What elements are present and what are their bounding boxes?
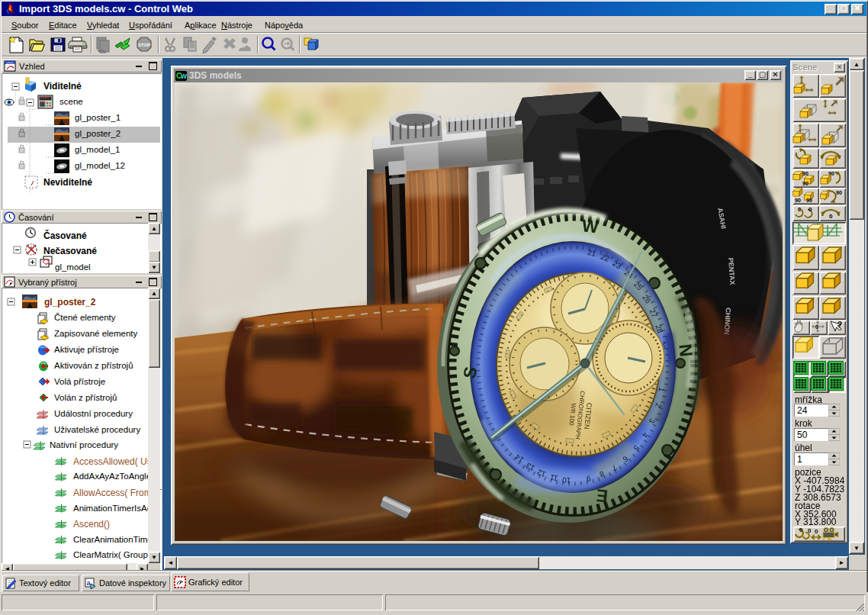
svg-text:E: E	[595, 485, 609, 506]
svg-text:0: 0	[808, 527, 812, 534]
svg-text:90: 90	[802, 181, 809, 186]
svg-text:w: w	[180, 72, 187, 80]
svg-text:0: 0	[799, 526, 803, 533]
svg-text:W: W	[581, 215, 600, 237]
svg-text:0: 0	[815, 528, 818, 535]
svg-text:0: 0	[809, 206, 812, 213]
svg-text:90: 90	[806, 198, 812, 203]
svg-text:90: 90	[836, 190, 842, 195]
svg-text:STOP: STOP	[138, 43, 150, 47]
svg-text:N: N	[675, 343, 696, 358]
svg-text:?: ?	[837, 320, 842, 329]
svg-text:0: 0	[829, 213, 833, 220]
svg-text:90: 90	[795, 198, 801, 203]
svg-text:10: 10	[561, 476, 571, 485]
svg-text:0: 0	[815, 324, 818, 330]
svg-text:90: 90	[802, 171, 809, 176]
